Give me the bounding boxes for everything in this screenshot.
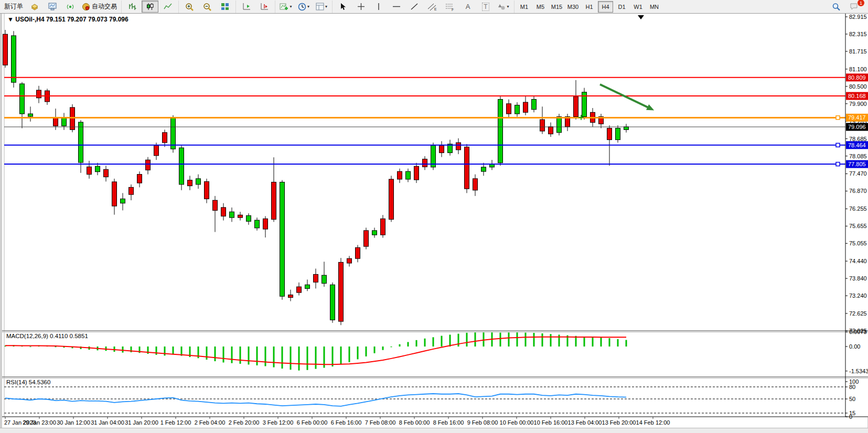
timeframe-m1[interactable]: M1: [517, 1, 532, 13]
zoom-out-icon[interactable]: [199, 1, 216, 13]
auto-trading-button[interactable]: 自动交易: [80, 1, 119, 13]
candle-body: [112, 182, 117, 206]
bar-chart-icon[interactable]: [124, 1, 141, 13]
text-tool-button[interactable]: A: [459, 1, 476, 13]
date-tick-label: 13 Feb 04:00: [568, 419, 602, 426]
chart-canvas[interactable]: 82.91582.31581.71581.10080.50079.90079.2…: [2, 14, 868, 428]
candle-body: [398, 171, 402, 179]
hline-handle[interactable]: [836, 163, 840, 166]
chart-shift-icon[interactable]: [256, 1, 273, 13]
horizontal-line-icon[interactable]: [388, 1, 405, 13]
candle-body: [540, 120, 545, 131]
hline-handle[interactable]: [836, 143, 840, 147]
price-tick-label: 76.255: [849, 205, 867, 212]
price-tick-label: 80.500: [849, 83, 867, 90]
line-chart-icon[interactable]: [159, 1, 176, 13]
timeframe-m30[interactable]: M30: [565, 1, 581, 13]
candle-body: [574, 96, 578, 117]
timeframe-d1[interactable]: D1: [614, 1, 629, 13]
candle-body: [515, 105, 520, 114]
candle-body: [171, 117, 176, 149]
indicators-icon[interactable]: ▾: [277, 1, 294, 13]
date-tick-label: 6 Feb 00:00: [297, 419, 328, 426]
candle-body: [263, 219, 268, 229]
timeframe-m5[interactable]: M5: [533, 1, 548, 13]
timeframe-w1[interactable]: W1: [630, 1, 646, 13]
candle-body: [255, 220, 260, 228]
candle-body: [37, 90, 41, 98]
candle-body: [238, 215, 243, 218]
candle-body: [414, 166, 419, 180]
candle-body: [137, 175, 142, 183]
crosshair-icon[interactable]: [352, 1, 369, 13]
status-bar: [0, 428, 868, 433]
price-tick-label: 82.315: [849, 31, 867, 37]
search-icon[interactable]: [828, 1, 844, 13]
timeframe-h1[interactable]: H1: [582, 1, 597, 13]
tile-windows-icon[interactable]: [217, 1, 233, 13]
date-tick-label: 31 Jan 20:00: [125, 419, 158, 426]
candle-body: [557, 117, 562, 133]
text-tool-label: A: [466, 3, 470, 10]
macd-label: MACD(12,26,9) 0.4110 0.5851: [6, 333, 88, 339]
auto-scroll-icon[interactable]: [238, 1, 255, 13]
zoom-in-icon[interactable]: [181, 1, 198, 13]
market-watch-icon[interactable]: [26, 1, 43, 13]
candle-body: [288, 295, 293, 297]
candle-body: [616, 128, 620, 140]
price-tick-label: 76.870: [849, 188, 867, 194]
notifications-icon[interactable]: 1: [845, 1, 862, 13]
date-tick-label: 8 Feb 16:00: [433, 419, 464, 426]
cursor-icon[interactable]: [335, 1, 351, 13]
broadcast-icon: [66, 3, 74, 10]
price-tick-label: 78.085: [849, 153, 867, 159]
price-tick-label: 75.055: [849, 240, 867, 246]
autotrade-ball-icon: [82, 3, 90, 10]
signal-icon[interactable]: [62, 1, 79, 13]
candle-body: [624, 127, 629, 130]
price-tick-label: 73.840: [849, 275, 867, 282]
price-tick-label: 82.915: [849, 14, 867, 20]
timeframe-mn[interactable]: MN: [647, 1, 662, 13]
candle-body: [163, 133, 167, 143]
drawing-tools-group: E F A T ▾: [332, 1, 514, 13]
timeframe-m15[interactable]: M15: [549, 1, 564, 13]
candle-body: [473, 179, 478, 190]
candle-body: [20, 84, 25, 114]
candle-body: [381, 219, 385, 235]
candle-body: [389, 179, 394, 219]
candle-body: [280, 182, 285, 296]
macd-tick-label: 0.00: [849, 343, 860, 350]
trendline-icon[interactable]: [406, 1, 423, 13]
hline-handle[interactable]: [836, 116, 840, 120]
rsi-tick-label: 80: [849, 384, 855, 390]
candle-body: [62, 118, 67, 126]
shapes-icon[interactable]: ▾: [495, 1, 512, 13]
candle-body: [297, 287, 302, 293]
timeframe-group: M1M5M15M30H1H4D1W1MN: [514, 1, 664, 13]
date-axis[interactable]: 27 Jan 202329 Jan 23:0030 Jan 12:0031 Ja…: [4, 417, 670, 426]
vertical-line-icon[interactable]: [370, 1, 387, 13]
date-tick-label: 30 Jan 12:00: [57, 419, 90, 426]
order-group: 新订单 自动交易: [0, 1, 121, 13]
new-order-button[interactable]: 新订单: [2, 1, 25, 13]
price-tick-label: 72.625: [849, 310, 867, 317]
chevron-down-icon: ▾: [290, 4, 292, 9]
label-tool-button[interactable]: T: [477, 1, 494, 13]
timeframe-h4[interactable]: H4: [598, 1, 613, 13]
candle-body: [53, 117, 58, 126]
channel-icon[interactable]: E: [424, 1, 441, 13]
date-tick-label: 8 Feb 00:00: [399, 419, 430, 426]
templates-icon[interactable]: ▾: [313, 1, 330, 13]
auto-trading-label: 自动交易: [92, 2, 117, 11]
date-tick-label: 10 Feb 00:00: [500, 419, 534, 426]
candlestick-chart-icon[interactable]: [142, 1, 158, 13]
price-badge-label: 79.417: [848, 114, 866, 121]
candle-body: [330, 285, 335, 320]
candle-body: [406, 171, 411, 179]
fibonacci-icon[interactable]: F: [442, 1, 458, 13]
periods-icon[interactable]: ▾: [295, 1, 312, 13]
price-tick-label: 73.240: [849, 293, 867, 299]
data-window-icon[interactable]: [44, 1, 61, 13]
candle-body: [423, 159, 427, 167]
